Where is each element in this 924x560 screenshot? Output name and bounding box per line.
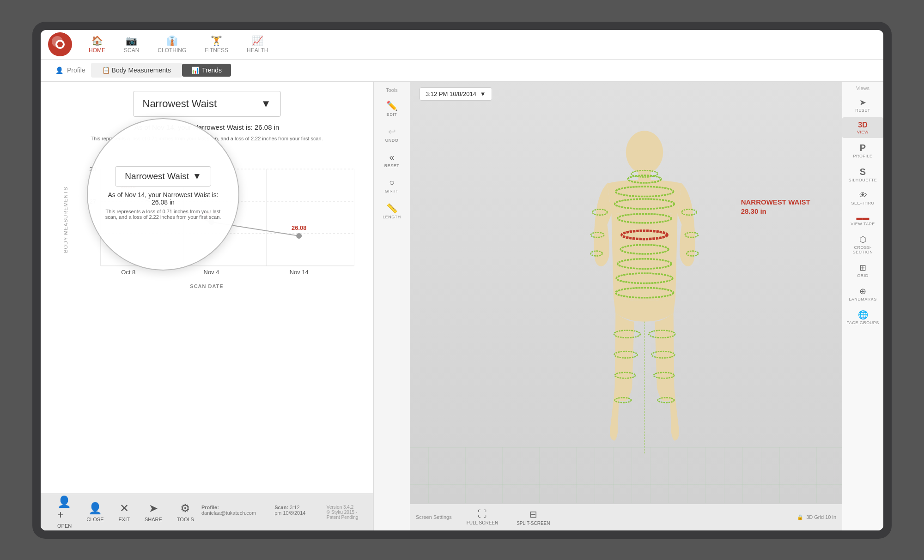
nav-clothing[interactable]: 👔 CLOTHING [148, 31, 195, 57]
edit-icon: ✏️ [386, 100, 398, 111]
right-sidebar: Views ➤ RESET 3D VIEW P PROFILE [842, 82, 883, 530]
tools-sidebar: Tools ✏️ EDIT ↩ UNDO « RESET [373, 82, 410, 530]
mag-dropdown-value: Narrowest Waist [125, 171, 189, 181]
3d-view-icon: 3D [858, 121, 867, 129]
trends-tab[interactable]: 📊 Trends [182, 64, 231, 77]
open-button[interactable]: 👤+ OPEN [50, 492, 79, 530]
view-see-thru[interactable]: 👁 SEE-THRU [842, 187, 883, 209]
nav-home[interactable]: 🏠 HOME [79, 31, 115, 57]
scan-info: Scan: 3:12 pm 10/8/2014 [274, 505, 308, 520]
body-3d-model [566, 117, 723, 477]
view-face-groups[interactable]: 🌐 FACE GROUPS [842, 306, 883, 329]
tools-title: Tools [386, 87, 398, 93]
health-icon: 📈 [252, 35, 263, 46]
svg-text:Nov 4: Nov 4 [204, 268, 219, 275]
close-label: CLOSE [86, 517, 103, 522]
nav-fitness[interactable]: 🏋 FITNESS [195, 31, 237, 57]
exit-label: EXIT [118, 517, 129, 522]
trends-icon: 📊 [191, 66, 199, 74]
waist-3d-label: NARROWEST WAIST 28.30 in [741, 198, 810, 216]
svg-point-3 [57, 42, 63, 47]
measurements-icon: 📋 [102, 66, 110, 74]
screen-settings-bar: Screen Settings ⛶ FULL SCREEN ⊟ SPLIT-SC… [410, 504, 842, 530]
main-content: Narrowest Waist ▼ As of Nov 14, your Nar… [41, 82, 883, 530]
tool-edit[interactable]: ✏️ EDIT [374, 96, 410, 120]
screen-settings-label: Screen Settings [416, 514, 452, 520]
chart-area: 30 27 BODY MEASUREMENTS 28.30 26.79 [41, 146, 373, 494]
close-icon: 👤 [88, 502, 102, 515]
split-screen-button[interactable]: ⊟ SPLIT-SCREEN [509, 507, 557, 528]
reset-icon: « [389, 152, 394, 163]
share-button[interactable]: ➤ SHARE [137, 498, 170, 526]
exit-button[interactable]: ✕ EXIT [111, 498, 137, 526]
scan-icon: 📷 [126, 35, 137, 46]
face-groups-icon: 🌐 [858, 310, 868, 320]
tape-icon: ▬▬ [857, 214, 869, 221]
nav-health[interactable]: 📈 HEALTH [237, 31, 277, 57]
app-logo [48, 32, 72, 56]
nav-clothing-label: CLOTHING [158, 47, 186, 54]
fitness-icon: 🏋 [211, 35, 222, 46]
nav-scan-label: SCAN [124, 47, 139, 54]
profile-button[interactable]: 👤 Profile [50, 65, 91, 76]
body-model-container: NARROWEST WAIST 28.30 in [447, 91, 842, 503]
view-cross-section[interactable]: ⬡ CROSS-SECTION [842, 231, 883, 258]
cross-section-icon: ⬡ [859, 235, 867, 245]
3d-area: Tools ✏️ EDIT ↩ UNDO « RESET [373, 82, 883, 530]
bottom-info: Profile: danielaa@tukatech.com Scan: 3:1… [201, 505, 364, 520]
tools-icon: ⚙ [180, 502, 190, 515]
profile-user-icon: 👤 [55, 66, 63, 74]
view-grid[interactable]: ⊞ GRID [842, 259, 883, 282]
close-button[interactable]: 👤 CLOSE [79, 498, 111, 526]
nav-home-label: HOME [89, 47, 105, 54]
share-icon: ➤ [149, 502, 158, 515]
view-profile[interactable]: P PROFILE [842, 139, 883, 162]
home-icon: 🏠 [91, 35, 103, 46]
svg-text:26.08: 26.08 [292, 224, 306, 231]
bottom-bar: 👤+ OPEN 👤 CLOSE ✕ EXIT ➤ SHARE [41, 494, 373, 530]
screen: 🏠 HOME 📷 SCAN 👔 CLOTHING 🏋 FITNESS 📈 HEA… [41, 30, 883, 530]
view-reset[interactable]: ➤ RESET [842, 94, 883, 116]
tools-button[interactable]: ⚙ TOOLS [170, 498, 201, 526]
measurement-dropdown[interactable]: Narrowest Waist ▼ [133, 91, 281, 117]
full-screen-icon: ⛶ [478, 509, 487, 519]
magnifier-overlay: Narrowest Waist ▼ As of Nov 14, your Nar… [87, 118, 239, 271]
lock-icon: 🔒 [797, 514, 803, 520]
tool-girth[interactable]: ○ GIRTH [374, 174, 410, 197]
tool-undo[interactable]: ↩ UNDO [374, 122, 410, 146]
dropdown-arrow: ▼ [261, 98, 271, 110]
svg-point-24 [626, 131, 663, 174]
profile-info: Profile: danielaa@tukatech.com [201, 505, 256, 520]
dropdown-value: Narrowest Waist [143, 98, 217, 110]
view-reset-icon: ➤ [859, 97, 866, 108]
full-screen-button[interactable]: ⛶ FULL SCREEN [459, 507, 506, 527]
grid-floor [410, 447, 842, 503]
svg-text:BODY MEASUREMENTS: BODY MEASUREMENTS [63, 187, 68, 253]
exit-icon: ✕ [120, 502, 129, 515]
grid-label: 🔒 3D Grid 10 in [797, 514, 836, 520]
body-measurements-tab[interactable]: 📋 Body Measurements [91, 63, 182, 78]
view-landmarks[interactable]: ⊕ LANDMARKS [842, 283, 883, 305]
open-label: OPEN [57, 523, 72, 529]
girth-icon: ○ [389, 177, 395, 188]
3d-viewport: 3:12 PM 10/8/2014 ▼ [410, 82, 842, 530]
svg-text:Nov 14: Nov 14 [290, 268, 309, 275]
tools-label: TOOLS [177, 517, 194, 522]
mag-dropdown[interactable]: Narrowest Waist ▼ [115, 166, 211, 187]
top-nav: 🏠 HOME 📷 SCAN 👔 CLOTHING 🏋 FITNESS 📈 HEA… [41, 30, 883, 60]
chart-x-label: SCAN DATE [59, 283, 354, 289]
grid-icon: ⊞ [859, 263, 866, 273]
profile-view-icon: P [860, 143, 866, 153]
mag-note: This represents a loss of 0.71 inches fr… [88, 206, 238, 223]
tool-reset[interactable]: « RESET [374, 148, 410, 172]
left-panel: Narrowest Waist ▼ As of Nov 14, your Nar… [41, 82, 373, 530]
svg-point-17 [296, 233, 302, 238]
view-3d[interactable]: 3D VIEW [842, 117, 883, 138]
nav-fitness-label: FITNESS [205, 47, 228, 54]
tool-length[interactable]: 📏 LENGTH [374, 199, 410, 223]
view-tape[interactable]: ▬▬ VIEW TAPE [842, 210, 883, 230]
nav-scan[interactable]: 📷 SCAN [115, 31, 148, 57]
length-icon: 📏 [386, 203, 398, 214]
view-silhouette[interactable]: S SILHOUETTE [842, 163, 883, 186]
clothing-icon: 👔 [166, 35, 178, 46]
